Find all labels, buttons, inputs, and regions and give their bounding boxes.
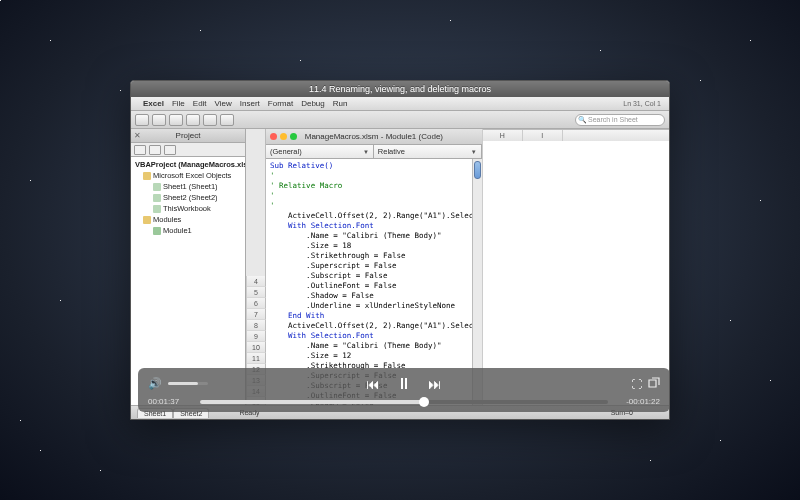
toolbar-button[interactable] [220,114,234,126]
menu-edit[interactable]: Edit [193,99,207,108]
volume-slider[interactable] [168,382,208,385]
toolbar: Search in Sheet [131,111,669,129]
pause-button[interactable]: ⏸ [396,375,412,393]
row-header[interactable]: 11 [247,353,266,364]
toolbar-button[interactable] [152,114,166,126]
project-tool-button[interactable] [134,145,146,155]
previous-button[interactable]: ⏮ [366,376,380,392]
menu-debug[interactable]: Debug [301,99,325,108]
close-icon[interactable]: ✕ [134,131,141,140]
menubar: Excel File Edit View Insert Format Debug… [131,97,669,111]
row-header[interactable]: 6 [247,298,266,309]
tree-sheet[interactable]: Sheet2 (Sheet2) [133,192,243,203]
menu-view[interactable]: View [215,99,232,108]
toolbar-button[interactable] [135,114,149,126]
editor-title: ManageMacros.xlsm - Module1 (Code) [305,132,443,141]
object-selector[interactable]: (General) [266,145,374,158]
tree-root[interactable]: VBAProject (ManageMacros.xlsm) [133,159,243,170]
tree-folder[interactable]: Modules [133,214,243,225]
toolbar-button[interactable] [169,114,183,126]
search-placeholder: Search in Sheet [588,116,638,123]
video-titlebar: 11.4 Renaming, viewing, and deleting mac… [131,81,669,97]
menu-file[interactable]: File [172,99,185,108]
progress-knob[interactable] [419,397,429,407]
menu-insert[interactable]: Insert [240,99,260,108]
toolbar-button[interactable] [186,114,200,126]
fullscreen-button[interactable]: ⛶ [631,378,642,390]
row-header[interactable]: 4 [247,276,266,287]
toolbar-button[interactable] [203,114,217,126]
app-name-menu[interactable]: Excel [143,99,164,108]
tree-sheet[interactable]: Sheet1 (Sheet1) [133,181,243,192]
close-button[interactable] [270,133,277,140]
module-icon [153,227,161,235]
folder-icon [143,172,151,180]
menu-run[interactable]: Run [333,99,348,108]
minimize-button[interactable] [280,133,287,140]
row-header[interactable]: 8 [247,320,266,331]
project-toolbar [131,143,245,157]
scrollbar-thumb[interactable] [474,161,481,179]
editor-selectors: (General) Relative [266,145,482,159]
zoom-button[interactable] [290,133,297,140]
col-header[interactable]: I [523,130,563,141]
sheet-icon [153,194,161,202]
editor-titlebar: ManageMacros.xlsm - Module1 (Code) [266,129,482,145]
row-header[interactable]: 9 [247,331,266,342]
cursor-position: Ln 31, Col 1 [623,100,661,107]
window-controls [270,133,297,140]
folder-icon [143,216,151,224]
row-header[interactable]: 10 [247,342,266,353]
video-player-controls: 🔊 ⏮ ⏸ ⏭ ⛶ 00:01:37 -00:01:22 [138,368,670,412]
video-title: 11.4 Renaming, viewing, and deleting mac… [309,84,491,94]
search-input[interactable]: Search in Sheet [575,114,665,126]
project-panel-header: ✕ Project [131,129,245,143]
tree-sheet[interactable]: ThisWorkbook [133,203,243,214]
project-tool-button[interactable] [149,145,161,155]
progress-fill [200,400,424,404]
remaining-time: -00:01:22 [614,397,660,406]
progress-bar[interactable] [200,400,608,404]
sheet-icon [153,183,161,191]
elapsed-time: 00:01:37 [148,397,194,406]
menu-format[interactable]: Format [268,99,293,108]
row-header[interactable]: 5 [247,287,266,298]
tree-module[interactable]: Module1 [133,225,243,236]
next-button[interactable]: ⏭ [428,376,442,392]
tree-folder[interactable]: Microsoft Excel Objects [133,170,243,181]
procedure-selector[interactable]: Relative [374,145,482,158]
project-tool-button[interactable] [164,145,176,155]
sheet-icon [153,205,161,213]
col-header[interactable]: H [483,130,523,141]
volume-icon[interactable]: 🔊 [148,377,162,390]
row-header[interactable]: 7 [247,309,266,320]
project-title: Project [176,131,201,140]
popout-button[interactable] [648,377,660,391]
